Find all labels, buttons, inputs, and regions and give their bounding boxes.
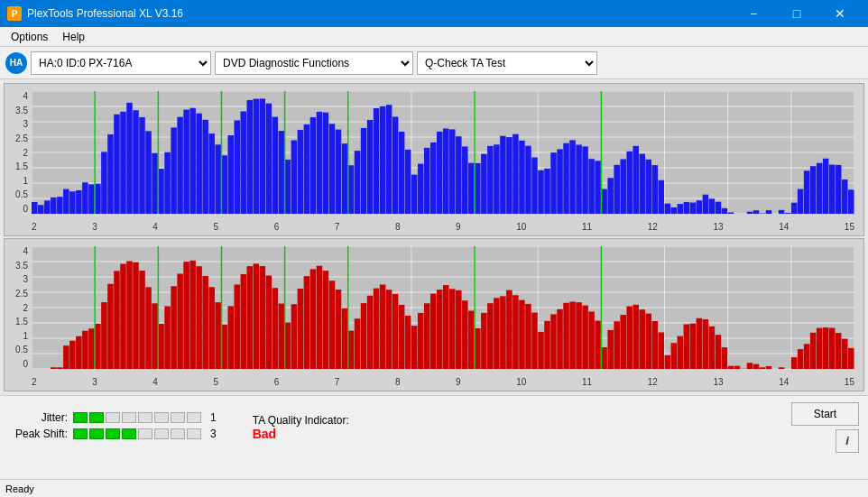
title-bar: P PlexTools Professional XL V3.16 − □ ✕ bbox=[0, 0, 868, 27]
ps-seg-8 bbox=[187, 428, 201, 439]
ps-seg-1 bbox=[73, 428, 88, 439]
ta-quality-value: Bad bbox=[253, 427, 276, 441]
toolbar: HA HA:0 ID:0 PX-716A DVD Diagnostic Func… bbox=[0, 47, 868, 79]
ps-seg-7 bbox=[171, 428, 185, 439]
maximize-button[interactable]: □ bbox=[776, 0, 817, 27]
close-button[interactable]: ✕ bbox=[819, 0, 861, 27]
red-chart-x-axis: 2 3 4 5 6 7 8 9 10 11 12 13 14 15 bbox=[32, 377, 854, 387]
drive-icon: HA bbox=[5, 52, 27, 74]
ta-quality-label: TA Quality Indicator: bbox=[253, 414, 349, 427]
peakshift-label: Peak Shift: bbox=[9, 428, 68, 440]
jitter-seg-3 bbox=[106, 412, 120, 423]
blue-chart-inner bbox=[32, 91, 854, 214]
minimize-button[interactable]: − bbox=[733, 0, 774, 27]
jitter-seg-6 bbox=[154, 412, 169, 423]
menu-options[interactable]: Options bbox=[4, 29, 55, 45]
bottom-panel: Jitter: 1 Peak Shift: bbox=[0, 395, 868, 458]
status-text: Ready bbox=[5, 483, 34, 494]
jitter-seg-4 bbox=[122, 412, 136, 423]
function-select[interactable]: DVD Diagnostic Functions bbox=[215, 51, 413, 75]
window-controls: − □ ✕ bbox=[733, 0, 861, 27]
blue-chart-y-axis: 4 3.5 3 2.5 2 1.5 1 0.5 0 bbox=[5, 91, 32, 214]
menu-help[interactable]: Help bbox=[55, 29, 92, 45]
red-chart-container: 4 3.5 3 2.5 2 1.5 1 0.5 0 2 3 4 5 6 7 8 … bbox=[4, 238, 864, 391]
jitter-value: 1 bbox=[210, 411, 217, 424]
jitter-seg-8 bbox=[187, 412, 201, 423]
jitter-label: Jitter: bbox=[9, 411, 68, 424]
blue-chart-x-axis: 2 3 4 5 6 7 8 9 10 11 12 13 14 15 bbox=[32, 222, 854, 232]
blue-chart-container: 4 3.5 3 2.5 2 1.5 1 0.5 0 2 3 4 5 6 7 8 … bbox=[4, 83, 864, 236]
app-icon: P bbox=[7, 6, 22, 21]
window-title: PlexTools Professional XL V3.16 bbox=[27, 7, 733, 20]
drive-select[interactable]: HA:0 ID:0 PX-716A bbox=[31, 51, 211, 75]
jitter-seg-7 bbox=[171, 412, 185, 423]
red-chart-y-axis: 4 3.5 3 2.5 2 1.5 1 0.5 0 bbox=[5, 246, 32, 369]
red-chart-inner bbox=[32, 246, 854, 369]
peakshift-row: Peak Shift: 3 bbox=[9, 428, 217, 440]
peakshift-value: 3 bbox=[210, 428, 217, 440]
metrics-section: Jitter: 1 Peak Shift: bbox=[9, 411, 217, 444]
status-bar: Ready bbox=[0, 479, 868, 497]
jitter-seg-2 bbox=[89, 412, 104, 423]
start-button[interactable]: Start bbox=[791, 402, 859, 426]
ps-seg-4 bbox=[122, 428, 136, 439]
jitter-meter bbox=[73, 412, 201, 423]
ps-seg-2 bbox=[89, 428, 104, 439]
menu-bar: Options Help bbox=[0, 27, 868, 47]
jitter-row: Jitter: 1 bbox=[9, 411, 217, 424]
test-select[interactable]: Q-Check TA Test bbox=[417, 51, 597, 75]
ta-quality-section: TA Quality Indicator: Bad bbox=[253, 414, 349, 441]
main-area: 4 3.5 3 2.5 2 1.5 1 0.5 0 2 3 4 5 6 7 8 … bbox=[0, 79, 868, 395]
jitter-seg-1 bbox=[73, 412, 88, 423]
ps-seg-3 bbox=[106, 428, 120, 439]
jitter-seg-5 bbox=[138, 412, 152, 423]
action-buttons: Start i bbox=[791, 402, 859, 453]
blue-chart-canvas bbox=[32, 91, 854, 214]
ps-seg-5 bbox=[138, 428, 152, 439]
peakshift-meter bbox=[73, 428, 201, 439]
ps-seg-6 bbox=[154, 428, 169, 439]
red-chart-canvas bbox=[32, 246, 854, 369]
info-button[interactable]: i bbox=[836, 429, 859, 453]
